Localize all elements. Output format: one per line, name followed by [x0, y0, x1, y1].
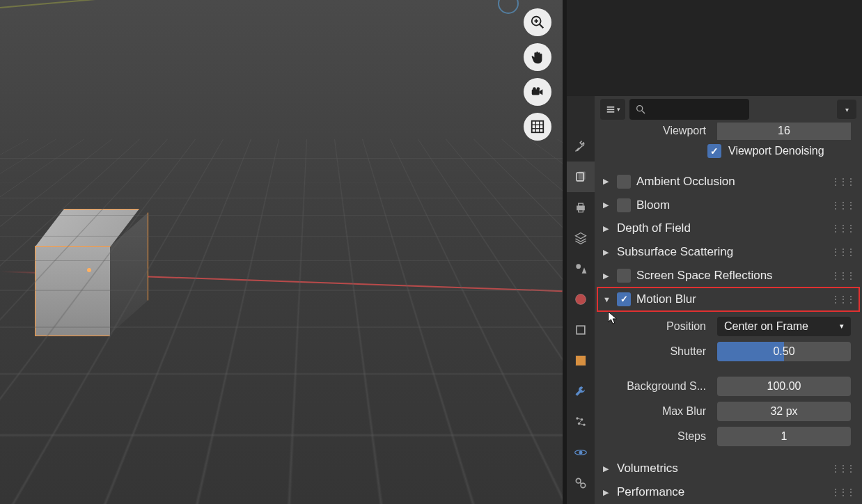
ssr-checkbox[interactable] [617, 269, 631, 283]
constraints-tab[interactable] [567, 468, 595, 498]
depth-of-field-section[interactable]: ▶ Depth of Field ⋮⋮⋮ [597, 216, 859, 240]
bloom-section[interactable]: ▶ Bloom ⋮⋮⋮ [597, 194, 859, 217]
max-blur-row: Max Blur 32 px [597, 400, 859, 423]
camera-icon [530, 84, 545, 100]
perspective-grid-tool[interactable] [524, 113, 551, 141]
expand-triangle-icon[interactable]: ▶ [603, 200, 611, 210]
svg-rect-13 [579, 172, 586, 180]
view-layer-tab[interactable] [567, 223, 595, 253]
drag-grip-icon[interactable]: ⋮⋮⋮ [831, 487, 854, 498]
drag-grip-icon[interactable]: ⋮⋮⋮ [831, 200, 854, 211]
performance-label: Performance [617, 485, 825, 499]
motion-blur-checkbox[interactable]: ✓ [617, 292, 631, 306]
mouse-cursor [607, 310, 620, 326]
constraint-link-icon [574, 476, 588, 490]
drag-grip-icon[interactable]: ⋮⋮⋮ [831, 176, 854, 187]
ssr-section[interactable]: ▶ Screen Space Reflections ⋮⋮⋮ [597, 264, 859, 288]
background-separation-field[interactable]: 100.00 [717, 377, 851, 396]
magnifier-plus-icon [530, 15, 545, 30]
drag-grip-icon[interactable]: ⋮⋮⋮ [831, 246, 854, 258]
max-blur-label: Max Blur [597, 405, 717, 418]
output-tab[interactable] [567, 192, 595, 223]
position-dropdown[interactable]: Center on Frame ▾ [717, 317, 851, 336]
properties-editor: ▾ ▾ Viewport 16 ✓ Viewport Denoising ▶ A… [567, 96, 862, 504]
performance-section[interactable]: ▶ Performance ⋮⋮⋮ [597, 480, 859, 504]
hand-icon [530, 49, 545, 65]
bloom-checkbox[interactable] [617, 198, 631, 212]
background-separation-label: Background S... [597, 380, 717, 393]
expand-triangle-icon[interactable]: ▼ [603, 295, 611, 304]
drag-grip-icon[interactable]: ⋮⋮⋮ [831, 270, 854, 281]
navigation-gizmo[interactable] [498, 0, 519, 14]
particles-icon [574, 415, 588, 429]
wrench-icon [574, 384, 588, 398]
steps-field[interactable]: 1 [717, 427, 851, 446]
svg-rect-7 [532, 121, 544, 133]
scene-tab[interactable] [567, 253, 595, 284]
shutter-slider[interactable]: 0.50 [717, 342, 851, 361]
material-tab[interactable] [567, 345, 595, 376]
editor-type-dropdown[interactable]: ▾ [600, 99, 625, 120]
expand-triangle-icon[interactable]: ▶ [603, 488, 611, 497]
object-tab[interactable] [567, 315, 595, 345]
properties-search-input[interactable] [629, 99, 749, 120]
world-tab[interactable] [567, 284, 595, 315]
ambient-occlusion-label: Ambient Occlusion [636, 175, 825, 189]
3d-viewport[interactable] [0, 0, 563, 504]
svg-point-32 [637, 106, 643, 111]
printer-icon [574, 200, 588, 214]
expand-triangle-icon[interactable]: ▶ [603, 271, 611, 281]
svg-point-18 [576, 294, 586, 305]
svg-point-17 [576, 264, 581, 269]
physics-tab[interactable] [567, 437, 595, 468]
svg-point-27 [581, 483, 586, 488]
object-box-icon [574, 323, 588, 337]
viewport-denoising-row: ✓ Viewport Denoising [597, 140, 859, 164]
steps-label: Steps [597, 430, 717, 443]
pan-tool[interactable] [524, 43, 551, 71]
selected-cube[interactable] [28, 209, 139, 320]
viewport-samples-field[interactable]: 16 [717, 123, 851, 139]
expand-triangle-icon[interactable]: ▶ [603, 177, 611, 186]
drag-grip-icon[interactable]: ⋮⋮⋮ [831, 294, 854, 305]
options-dropdown[interactable]: ▾ [837, 100, 856, 119]
ambient-occlusion-checkbox[interactable] [617, 175, 631, 189]
motion-blur-section[interactable]: ▼ ✓ Motion Blur ⋮⋮⋮ [597, 288, 859, 311]
render-back-icon [574, 170, 588, 184]
zoom-tool[interactable] [524, 8, 551, 36]
tool-tab[interactable] [567, 131, 595, 162]
steps-row: Steps 1 [597, 425, 859, 448]
camera-view-tool[interactable] [524, 78, 551, 106]
max-blur-field[interactable]: 32 px [717, 402, 851, 421]
position-row: Position Center on Frame ▾ [597, 315, 859, 338]
viewport-denoising-label: Viewport Denoising [728, 145, 824, 157]
volumetrics-label: Volumetrics [617, 462, 825, 475]
chevron-down-icon: ▾ [840, 322, 844, 331]
expand-triangle-icon[interactable]: ▶ [603, 464, 611, 473]
svg-rect-15 [579, 203, 583, 206]
drag-grip-icon[interactable]: ⋮⋮⋮ [831, 223, 854, 234]
drag-grip-icon[interactable]: ⋮⋮⋮ [831, 463, 854, 474]
wrench-screwdriver-icon [574, 139, 588, 153]
particles-tab[interactable] [567, 407, 595, 437]
scene-cone-icon [574, 262, 588, 276]
subsurface-section[interactable]: ▶ Subsurface Scattering ⋮⋮⋮ [597, 240, 859, 264]
background-separation-row: Background S... 100.00 [597, 375, 859, 397]
bloom-label: Bloom [636, 198, 825, 212]
viewport-denoising-checkbox[interactable]: ✓ [707, 144, 721, 158]
expand-triangle-icon[interactable]: ▶ [603, 248, 611, 257]
ambient-occlusion-section[interactable]: ▶ Ambient Occlusion ⋮⋮⋮ [597, 170, 859, 194]
volumetrics-section[interactable]: ▶ Volumetrics ⋮⋮⋮ [597, 457, 859, 480]
sliders-icon [606, 104, 616, 114]
render-tab[interactable] [567, 162, 595, 192]
depth-of-field-label: Depth of Field [617, 221, 825, 235]
shutter-row: Shutter 0.50 [597, 340, 859, 363]
svg-point-5 [533, 87, 536, 90]
shutter-value: 0.50 [773, 345, 794, 358]
svg-rect-16 [579, 210, 583, 212]
expand-triangle-icon[interactable]: ▶ [603, 224, 611, 233]
shutter-label: Shutter [597, 345, 717, 358]
svg-line-1 [540, 24, 544, 29]
modifier-tab[interactable] [567, 376, 595, 407]
svg-line-28 [580, 482, 581, 484]
